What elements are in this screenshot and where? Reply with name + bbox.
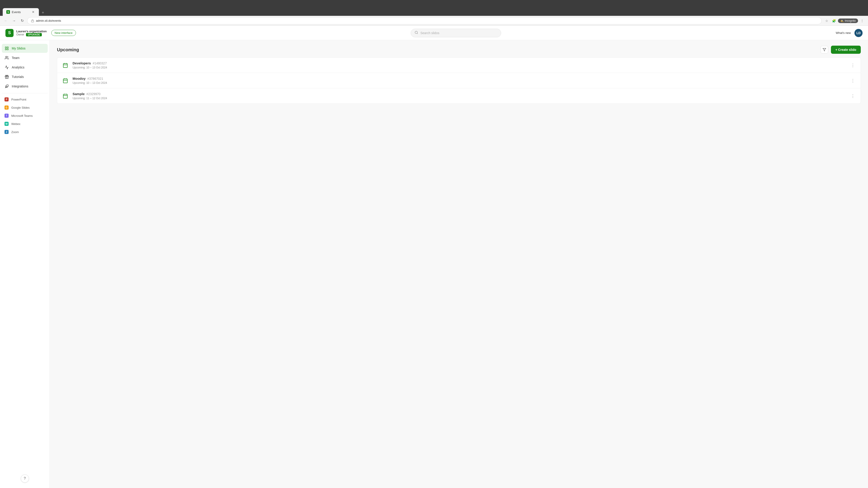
filter-button[interactable] <box>820 46 828 54</box>
section-actions: + Create slido <box>820 46 861 54</box>
address-bar[interactable]: admin.sli.do/events <box>27 17 822 24</box>
avatar[interactable]: LD <box>855 29 863 37</box>
main-layout: My Slidos Team Analytics <box>0 40 868 488</box>
help-button[interactable]: ? <box>21 475 29 483</box>
lock-icon <box>31 19 34 22</box>
search-icon <box>414 31 418 35</box>
org-role: Owner <box>16 33 24 36</box>
content-area: Upcoming + Create slido <box>50 40 868 488</box>
slido-logo[interactable]: S <box>5 29 13 37</box>
upgrade-badge[interactable]: UPGRADE <box>26 33 42 36</box>
browser-tab[interactable]: S Events ✕ <box>3 8 39 16</box>
event-info: Sample #2329970 Upcoming: 11 – 12 Oct 20… <box>72 92 846 100</box>
org-role-row: Owner UPGRADE <box>16 33 47 36</box>
event-name: Moodoy <box>72 76 86 80</box>
svg-point-1 <box>415 31 417 34</box>
events-list: Developers #1480327 Upcoming: 10 – 13 Oc… <box>57 57 861 104</box>
event-more-button[interactable]: ⋮ <box>850 77 856 84</box>
svg-marker-10 <box>823 48 826 51</box>
reload-button[interactable]: ↻ <box>19 18 25 24</box>
search-bar[interactable] <box>411 29 501 37</box>
sidebar-label-integrations: Integrations <box>12 85 28 88</box>
sidebar-item-google-slides[interactable]: G Google Slides <box>2 104 48 111</box>
url-text: admin.sli.do/events <box>36 19 61 22</box>
event-id: #1480327 <box>93 61 107 65</box>
event-title-row: Moodoy #37867021 <box>72 76 846 80</box>
tab-title: Events <box>12 10 29 14</box>
search-input[interactable] <box>421 31 497 35</box>
svg-rect-15 <box>63 79 67 83</box>
event-name: Sample <box>72 92 85 96</box>
puzzle-icon <box>4 84 9 89</box>
sidebar-label-microsoft-teams: Microsoft Teams <box>11 114 33 118</box>
calendar-icon <box>62 62 69 69</box>
sidebar-label-team: Team <box>12 56 20 60</box>
incognito-icon: 🕵️ <box>840 19 844 22</box>
sidebar-item-analytics[interactable]: Analytics <box>2 63 48 72</box>
event-date: Upcoming: 10 – 13 Oct 2024 <box>72 66 846 69</box>
gift-icon <box>4 74 9 79</box>
table-row[interactable]: Developers #1480327 Upcoming: 10 – 13 Oc… <box>57 58 861 73</box>
event-info: Developers #1480327 Upcoming: 10 – 13 Oc… <box>72 61 846 69</box>
sidebar-item-webex[interactable]: W Webex <box>2 120 48 128</box>
table-row[interactable]: Sample #2329970 Upcoming: 11 – 12 Oct 20… <box>57 88 861 103</box>
new-interface-button[interactable]: New interface <box>51 30 76 36</box>
event-id: #37867021 <box>88 77 103 80</box>
svg-rect-4 <box>5 49 6 50</box>
tab-favicon: S <box>6 10 10 14</box>
event-more-button[interactable]: ⋮ <box>850 62 856 68</box>
org-name: Lauren's organization <box>16 30 47 33</box>
svg-rect-2 <box>5 47 6 48</box>
org-info: Lauren's organization Owner UPGRADE <box>16 30 47 36</box>
sidebar: My Slidos Team Analytics <box>0 40 50 488</box>
svg-rect-5 <box>7 49 8 50</box>
event-title-row: Developers #1480327 <box>72 61 846 65</box>
create-slido-label: + Create slido <box>835 48 856 52</box>
event-info: Moodoy #37867021 Upcoming: 10 – 13 Oct 2… <box>72 76 846 85</box>
sidebar-item-team[interactable]: Team <box>2 53 48 62</box>
bookmark-button[interactable]: ☆ <box>824 18 830 24</box>
filter-icon <box>823 48 826 52</box>
event-title-row: Sample #2329970 <box>72 92 846 96</box>
sidebar-item-tutorials[interactable]: Tutorials <box>2 72 48 81</box>
event-date: Upcoming: 10 – 13 Oct 2024 <box>72 81 846 85</box>
event-date: Upcoming: 11 – 12 Oct 2024 <box>72 97 846 100</box>
sidebar-label-analytics: Analytics <box>12 66 24 69</box>
sidebar-label-powerpoint: PowerPoint <box>11 98 26 101</box>
table-row[interactable]: Moodoy #37867021 Upcoming: 10 – 13 Oct 2… <box>57 73 861 88</box>
sidebar-label-google-slides: Google Slides <box>11 106 30 109</box>
app-header: S Lauren's organization Owner UPGRADE Ne… <box>0 26 868 40</box>
back-button[interactable]: ← <box>3 18 9 24</box>
whats-new-link[interactable]: What's new <box>836 31 851 35</box>
new-tab-button[interactable]: + <box>40 9 46 16</box>
browser-toolbar: ← → ↻ admin.sli.do/events ☆ 🧩 🕵️ Incogni… <box>0 16 868 26</box>
webex-icon: W <box>4 122 8 126</box>
menu-button[interactable]: ⋮ <box>859 18 865 24</box>
event-more-button[interactable]: ⋮ <box>850 93 856 99</box>
google-slides-icon: G <box>4 105 8 109</box>
logo-area: S Lauren's organization Owner UPGRADE <box>5 29 47 37</box>
sidebar-item-integrations[interactable]: Integrations <box>2 82 48 91</box>
create-slido-button[interactable]: + Create slido <box>831 46 861 54</box>
sidebar-item-microsoft-teams[interactable]: T Microsoft Teams <box>2 112 48 120</box>
sidebar-item-my-slidos[interactable]: My Slidos <box>2 44 48 53</box>
chart-icon <box>4 65 9 70</box>
extensions-button[interactable]: 🧩 <box>831 18 837 24</box>
section-title: Upcoming <box>57 47 79 53</box>
forward-button[interactable]: → <box>11 18 17 24</box>
header-right: What's new LD <box>836 29 863 37</box>
powerpoint-icon: P <box>4 97 8 101</box>
svg-rect-11 <box>63 64 67 68</box>
sidebar-divider <box>2 93 48 93</box>
people-icon <box>4 56 9 60</box>
event-name: Developers <box>72 61 91 65</box>
incognito-label: Incognito <box>845 19 856 22</box>
svg-rect-19 <box>63 94 67 98</box>
sidebar-item-powerpoint[interactable]: P PowerPoint <box>2 96 48 103</box>
logo-icon: S <box>5 29 13 37</box>
tab-close-button[interactable]: ✕ <box>31 10 35 14</box>
sidebar-item-zoom[interactable]: Z Zoom <box>2 128 48 136</box>
sidebar-label-webex: Webex <box>11 122 20 126</box>
zoom-icon: Z <box>4 130 8 134</box>
incognito-badge: 🕵️ Incognito <box>838 19 858 23</box>
